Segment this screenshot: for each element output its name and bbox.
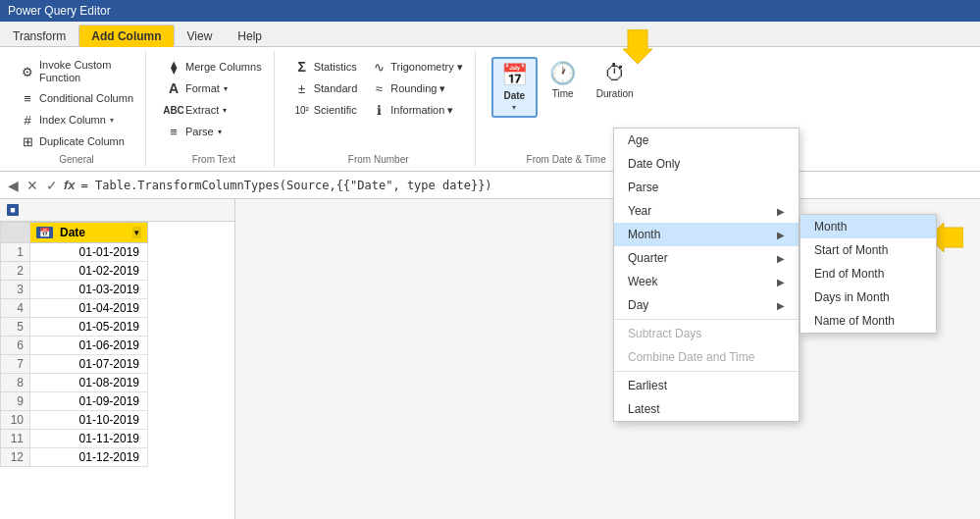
fx-label: fx [64, 178, 76, 192]
extract-dropdown[interactable]: ▾ [223, 106, 227, 115]
index-column-button[interactable]: # Index Column ▾ [16, 110, 137, 130]
table-icon-nav[interactable]: ■ [4, 201, 22, 219]
row-date-value: 01-02-2019 [30, 262, 148, 281]
formula-bar: ◀ ✕ ✓ fx [0, 172, 980, 199]
nav-row: ■ [0, 199, 234, 222]
standard-button[interactable]: ± Standard [290, 78, 362, 98]
general-group-label: General [59, 154, 94, 165]
parse-dropdown[interactable]: ▾ [218, 128, 222, 136]
index-label: Index Column [39, 114, 106, 126]
week-arrow: ▶ [777, 277, 785, 287]
menu-quarter[interactable]: Quarter ▶ [614, 246, 799, 270]
duplicate-column-button[interactable]: ⊞ Duplicate Column [16, 131, 137, 151]
menu-date-only-label: Date Only [628, 157, 680, 171]
trigonometry-button[interactable]: ∿ Trigonometry ▾ [367, 57, 466, 77]
row-date-value: 01-10-2019 [30, 411, 148, 430]
col-header-label: Date [60, 226, 85, 239]
conditional-column-button[interactable]: ≡ Conditional Column [16, 88, 137, 108]
index-dropdown-arrow[interactable]: ▾ [110, 116, 114, 125]
col-type-icon: 📅 [36, 227, 53, 238]
submenu-month-label: Month [814, 220, 847, 234]
table-row: 501-05-2019 [1, 318, 148, 337]
ribbon-tabs: Transform Add Column View Help [0, 22, 980, 47]
col-header-dropdown[interactable]: ▾ [132, 227, 141, 238]
confirm-formula-icon[interactable]: ✓ [44, 176, 60, 195]
scientific-button[interactable]: 10² Scientific [290, 100, 362, 120]
menu-parse[interactable]: Parse [614, 176, 799, 199]
rounding-button[interactable]: ≈ Rounding ▾ [367, 78, 466, 98]
menu-subtract-label: Subtract Days [628, 327, 701, 340]
menu-latest[interactable]: Latest [614, 397, 799, 421]
table-row: 701-07-2019 [1, 355, 148, 374]
menu-combine: Combine Date and Time [614, 345, 799, 369]
row-number: 3 [1, 281, 30, 299]
row-date-value: 01-11-2019 [30, 430, 148, 448]
table-row: 1201-12-2019 [1, 448, 148, 467]
table-row: 201-02-2019 [1, 262, 148, 281]
menu-week-label: Week [628, 275, 657, 288]
row-number: 7 [1, 355, 30, 374]
data-table: 📅 Date ▾ 101-01-2019201-02-2019301-03-20… [0, 222, 148, 467]
merge-icon: ⧫ [166, 59, 181, 75]
table-row: 301-03-2019 [1, 281, 148, 299]
info-label: Information ▾ [390, 104, 453, 117]
title-bar: Power Query Editor [0, 0, 980, 22]
table-row: 801-08-2019 [1, 374, 148, 392]
tab-transform[interactable]: Transform [0, 25, 78, 47]
merge-columns-button[interactable]: ⧫ Merge Columns [162, 57, 266, 77]
menu-separator-2 [614, 371, 799, 372]
info-icon: ℹ [371, 102, 387, 118]
menu-earliest[interactable]: Earliest [614, 374, 799, 397]
from-text-buttons: ⧫ Merge Columns A Format ▾ ABC Extract ▾… [162, 53, 266, 141]
menu-week[interactable]: Week ▶ [614, 270, 799, 293]
cancel-formula-icon[interactable]: ✕ [25, 176, 40, 195]
submenu-start-label: Start of Month [814, 243, 888, 257]
table-row: 901-09-2019 [1, 392, 148, 411]
format-button[interactable]: A Format ▾ [162, 78, 266, 98]
menu-month[interactable]: Month ▶ [614, 223, 799, 246]
time-label: Time [552, 88, 574, 99]
statistics-button[interactable]: Σ Statistics [290, 57, 362, 77]
date-button[interactable]: 📅 Date ▾ [491, 57, 538, 118]
submenu-days-label: Days in Month [814, 290, 890, 304]
extract-button[interactable]: ABC Extract ▾ [162, 100, 266, 120]
from-number-label: From Number [348, 154, 409, 165]
standard-icon: ± [294, 80, 310, 96]
formula-input[interactable] [81, 179, 974, 192]
invoke-label: Invoke CustomFunction [39, 59, 111, 84]
tab-add-column[interactable]: Add Column [78, 25, 174, 47]
date-column-header[interactable]: 📅 Date ▾ [30, 223, 148, 243]
submenu-name-of-month[interactable]: Name of Month [800, 309, 936, 333]
data-table-wrapper: 📅 Date ▾ 101-01-2019201-02-2019301-03-20… [0, 222, 234, 519]
from-text-label: From Text [192, 154, 235, 165]
conditional-icon: ≡ [20, 90, 35, 106]
submenu-days-in-month[interactable]: Days in Month [800, 285, 936, 309]
menu-date-only[interactable]: Date Only [614, 152, 799, 176]
row-header-cell [1, 223, 30, 243]
parse-button[interactable]: ≡ Parse ▾ [162, 122, 266, 141]
date-dropdown-arrow[interactable]: ▾ [512, 103, 516, 112]
time-button[interactable]: 🕐 Time [542, 57, 585, 118]
information-button[interactable]: ℹ Information ▾ [367, 100, 466, 120]
menu-parse-label: Parse [628, 181, 658, 194]
row-number: 5 [1, 318, 30, 337]
row-date-value: 01-08-2019 [30, 374, 148, 392]
table-row: 401-04-2019 [1, 299, 148, 318]
tab-view[interactable]: View [175, 25, 226, 47]
submenu-month[interactable]: Month [800, 215, 936, 238]
tab-help[interactable]: Help [225, 25, 275, 47]
menu-age[interactable]: Age [614, 129, 799, 152]
nav-back-icon[interactable]: ◀ [6, 176, 21, 195]
duplicate-label: Duplicate Column [39, 135, 125, 147]
month-submenu: Month Start of Month End of Month Days i… [799, 214, 937, 334]
row-number: 1 [1, 243, 30, 262]
menu-day[interactable]: Day ▶ [614, 293, 799, 317]
invoke-custom-function-button[interactable]: ⚙ Invoke CustomFunction [16, 57, 137, 86]
format-dropdown[interactable]: ▾ [224, 84, 228, 93]
statistics-icon: Σ [294, 59, 310, 75]
menu-month-label: Month [628, 228, 660, 241]
submenu-end-of-month[interactable]: End of Month [800, 262, 936, 285]
menu-year[interactable]: Year ▶ [614, 199, 799, 223]
row-number: 9 [1, 392, 30, 411]
submenu-start-of-month[interactable]: Start of Month [800, 238, 936, 262]
